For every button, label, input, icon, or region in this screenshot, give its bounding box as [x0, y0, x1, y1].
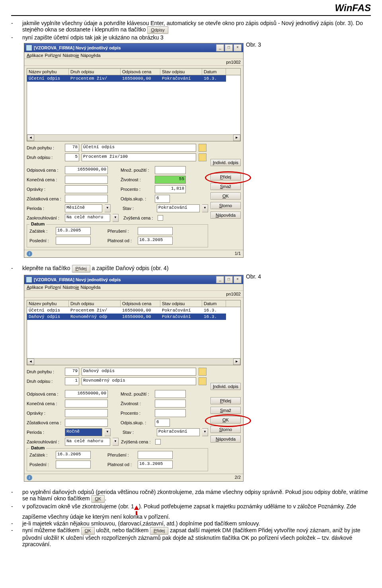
druh-odpisu-name-input[interactable]: Procentem živ/100 — [82, 153, 196, 161]
zivotnost-input[interactable] — [155, 400, 186, 408]
odpisova-cena-input[interactable]: 16550000,00 — [65, 166, 108, 174]
menu-napoveda[interactable]: Nápověda — [81, 53, 101, 58]
minimize-button[interactable]: _ — [216, 44, 224, 51]
zacatek-input[interactable]: 16.3.2005 — [56, 227, 91, 235]
minimize-button[interactable]: _ — [216, 276, 224, 283]
grid-row[interactable]: Účetní odpisProcentem živ/16550000,00Pok… — [27, 307, 240, 314]
individ-odpis-button[interactable]: Individ. odpis — [210, 383, 241, 390]
label-mnoz-pouziti: Množ. použití : — [121, 168, 152, 172]
odpisy-button-ref: Odpisy — [147, 26, 168, 34]
druh-pohybu-code-input[interactable]: 79 — [65, 368, 79, 376]
posledni-input[interactable] — [56, 237, 91, 245]
scroll-left-icon[interactable]: ◄ — [27, 135, 34, 141]
menu-porizeni[interactable]: Pořízení — [45, 53, 61, 58]
mnoz-pouziti-input[interactable] — [155, 166, 186, 174]
record-id: pn1002 — [226, 60, 241, 65]
open-icon[interactable] — [199, 144, 207, 152]
chevron-down-icon[interactable]: ▼ — [202, 204, 208, 212]
info-icon[interactable]: i — [27, 475, 32, 480]
menubar: Aplikace Pořízení Nástroje Nápověda — [24, 52, 243, 59]
druh-odpisu-code-input[interactable]: 5 — [65, 153, 79, 161]
grid-row[interactable]: Daňový odpisRovnoměrný odp16550000,00Pok… — [27, 314, 240, 320]
pridej-button[interactable]: Přidej — [210, 173, 241, 180]
menu-aplikace[interactable]: Aplikace — [27, 53, 43, 58]
druh-pohybu-name-input[interactable]: Účetní odpis — [82, 144, 196, 152]
zaokrouhlovani-select[interactable]: Na celé nahoru — [65, 214, 110, 222]
ok-button[interactable]: OK — [210, 416, 241, 423]
zustatkova-cena-input[interactable] — [65, 419, 108, 427]
storno-button[interactable]: Storno — [210, 426, 241, 433]
menu-nastroje[interactable]: Nástroje — [63, 53, 79, 58]
zivotnost-input[interactable]: 55 — [155, 176, 186, 184]
label-konecna-cena: Konečná cena : — [27, 177, 62, 182]
procento-input[interactable] — [155, 409, 186, 417]
smaz-button[interactable]: Smaž — [210, 183, 241, 190]
open-icon[interactable] — [199, 153, 207, 161]
napoveda-button[interactable]: Nápověda — [210, 435, 241, 443]
napoveda-button[interactable]: Nápověda — [210, 212, 241, 219]
posledni-input[interactable] — [56, 461, 91, 468]
chevron-down-icon[interactable]: ▼ — [202, 428, 208, 436]
chevron-down-icon[interactable]: ▼ — [113, 438, 119, 446]
druh-pohybu-code-input[interactable]: 78 — [65, 144, 79, 152]
individ-odpis-button[interactable]: Individ. odpis — [210, 159, 241, 166]
app-window-2: [VZOROVA_FIRMA] Nový jednotlivý odpis _ … — [24, 275, 244, 482]
preruseni-input[interactable] — [138, 227, 173, 235]
statusbar: i1/1 — [24, 250, 243, 257]
zvysena-cena-checkbox[interactable] — [158, 215, 163, 221]
smaz-button[interactable]: Smaž — [210, 407, 241, 414]
zvysena-cena-checkbox[interactable] — [155, 439, 161, 445]
close-button[interactable]: × — [234, 44, 242, 51]
label-zaokrouhlovani: Zaokrouhlování : — [27, 216, 62, 220]
open-icon[interactable] — [199, 377, 207, 385]
stav-select[interactable]: Pokračování — [157, 428, 200, 436]
maximize-button[interactable]: □ — [225, 44, 233, 51]
scroll-right-icon[interactable]: ► — [233, 135, 240, 141]
konecna-cena-input[interactable] — [65, 400, 108, 408]
platnost-od-input[interactable]: 16.3.2005 — [138, 237, 173, 245]
close-button[interactable]: × — [234, 276, 242, 283]
menu-napoveda[interactable]: Nápověda — [81, 285, 101, 290]
menu-porizeni[interactable]: Pořízení — [45, 285, 61, 290]
horizontal-scrollbar[interactable]: ◄► — [27, 358, 240, 365]
chevron-down-icon[interactable]: ▼ — [113, 214, 119, 222]
procento-input[interactable]: 1,818 — [155, 185, 186, 193]
maximize-button[interactable]: □ — [225, 276, 233, 283]
zustatkova-cena-input[interactable] — [65, 195, 108, 203]
druh-pohybu-name-input[interactable]: Daňový odpis — [82, 368, 196, 376]
konecna-cena-input[interactable] — [65, 176, 108, 184]
storno-button[interactable]: Storno — [210, 202, 241, 209]
zaokrouhlovani-select[interactable]: Na celé nahoru — [65, 438, 110, 446]
horizontal-scrollbar[interactable]: ◄► — [27, 134, 240, 141]
grid-row[interactable]: Účetní odpisProcentem živ/16550000,00Pok… — [27, 75, 240, 82]
opravky-input[interactable] — [65, 409, 108, 417]
info-icon[interactable]: i — [27, 251, 32, 257]
stav-select[interactable]: Pokračování — [157, 204, 200, 212]
druh-odpisu-name-input[interactable]: Rovnoměrný odpis — [82, 377, 196, 385]
perioda-select[interactable]: Měsíčně — [65, 204, 102, 212]
mnoz-pouziti-input[interactable] — [155, 390, 186, 398]
datum-legend: Datum — [29, 445, 46, 450]
odpis-skup-input[interactable]: 6 — [155, 195, 170, 203]
scroll-right-icon[interactable]: ► — [233, 359, 240, 365]
zacatek-input[interactable]: 16.3.2005 — [56, 451, 91, 459]
scroll-left-icon[interactable]: ◄ — [27, 359, 34, 365]
record-counter: 1/1 — [235, 251, 241, 257]
pridej-button[interactable]: Přidej — [210, 397, 241, 404]
ok-button[interactable]: OK — [210, 192, 241, 200]
druh-odpisu-code-input[interactable]: 1 — [65, 377, 79, 385]
odpisova-cena-input[interactable]: 16550000,00 — [65, 390, 108, 398]
odpis-skup-input[interactable]: 6 — [155, 419, 170, 427]
statusbar: i2/2 — [24, 474, 243, 481]
chevron-down-icon[interactable]: ▼ — [105, 428, 111, 436]
data-grid[interactable]: Název pohybuDruh odpisuOdpisová cenaStav… — [27, 300, 241, 365]
menu-nastroje[interactable]: Nástroje — [63, 285, 79, 290]
platnost-od-input[interactable]: 16.3.2005 — [138, 461, 173, 468]
preruseni-input[interactable] — [138, 451, 173, 459]
open-icon[interactable] — [199, 368, 207, 376]
perioda-select[interactable]: Ročně — [65, 428, 102, 436]
opravky-input[interactable] — [65, 185, 108, 193]
chevron-down-icon[interactable]: ▼ — [105, 204, 111, 212]
data-grid[interactable]: Název pohybuDruh odpisuOdpisová cenaStav… — [27, 68, 241, 141]
menu-aplikace[interactable]: Aplikace — [27, 285, 43, 290]
